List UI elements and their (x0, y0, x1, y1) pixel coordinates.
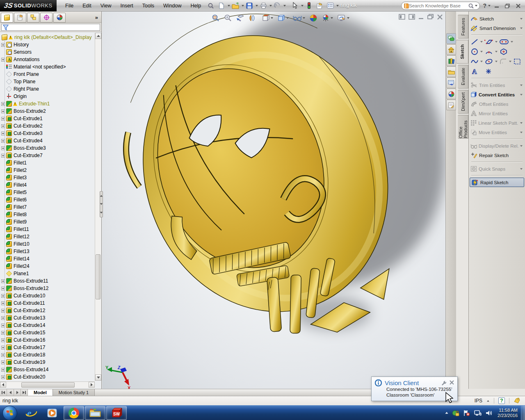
menu-item[interactable]: View (96, 1, 116, 11)
select-tool-button[interactable] (290, 1, 300, 10)
file-properties-button[interactable] (315, 1, 324, 10)
undo-caret-icon[interactable] (283, 5, 286, 7)
apply-scene-button[interactable] (321, 13, 334, 23)
quick-snaps-button[interactable]: Quick Snaps (469, 164, 525, 173)
new-caret-icon[interactable] (228, 5, 230, 7)
sketch-text-button[interactable]: A (470, 68, 479, 75)
tree-item[interactable]: + Boss-Extrude14 (0, 366, 95, 373)
mirror-entities-button[interactable]: Mirror Entities (469, 109, 525, 118)
tree-item[interactable]: + Sensors (0, 48, 95, 56)
expander-icon[interactable]: + (1, 58, 5, 62)
solidworks-resources-button[interactable] (446, 33, 456, 44)
tab-scroll-first-button[interactable] (0, 389, 7, 396)
tree-root-item[interactable]: ring klk (Default<<Default>_Display (0, 34, 95, 41)
network-tray-icon[interactable] (474, 410, 482, 416)
show-taskpane-icon[interactable] (409, 14, 415, 20)
unit-system-caret-icon[interactable] (487, 400, 489, 402)
tab-propertymanager[interactable] (14, 13, 26, 23)
tree-item[interactable]: + History (0, 41, 95, 48)
tree-item[interactable]: + Fillet9 (0, 218, 95, 226)
search-input[interactable] (409, 3, 468, 8)
expander-icon[interactable]: + (1, 110, 5, 113)
expander-icon[interactable]: + (1, 346, 5, 349)
scroll-left-button[interactable] (0, 382, 6, 388)
tree-item[interactable]: + Fillet4 (0, 181, 95, 189)
tree-item[interactable]: + Cut-Extrude19 (0, 358, 95, 366)
show-desktop-button[interactable] (521, 406, 525, 420)
doc-close-icon[interactable] (437, 14, 443, 20)
expander-icon[interactable]: + (1, 353, 5, 357)
spline-tool-button[interactable] (470, 58, 479, 65)
search-caret-icon[interactable] (475, 5, 477, 7)
tree-item[interactable]: + Cut-Extrude2 (0, 122, 95, 130)
polygon-tool-button[interactable] (499, 48, 508, 55)
previous-view-button[interactable] (235, 13, 246, 23)
tree-item[interactable]: + Fillet6 (0, 196, 95, 203)
line-caret-icon[interactable] (480, 41, 483, 43)
convert-entities-button[interactable]: Convert Entities (469, 90, 525, 99)
tree-item[interactable]: + Front Plane (0, 71, 95, 78)
circle-tool-button[interactable] (470, 48, 479, 55)
expander-icon[interactable]: + (1, 139, 5, 143)
tree-item[interactable]: + Fillet11 (0, 226, 95, 233)
expander-icon[interactable]: + (1, 102, 5, 106)
scroll-thumb[interactable] (21, 382, 75, 388)
section-view-button[interactable] (249, 13, 258, 23)
tree-item[interactable]: + Boss-Extrude3 (0, 144, 95, 152)
appearances-scenes-button[interactable] (446, 89, 456, 99)
custom-properties-button[interactable] (446, 100, 456, 110)
3d-model-gold-ring[interactable]: Y X Z (102, 11, 445, 389)
tree-item[interactable]: + Cut-Extrude16 (0, 336, 95, 344)
expander-icon[interactable]: + (1, 331, 5, 335)
expander-icon[interactable]: + (1, 338, 5, 342)
slot-tool-button[interactable] (499, 39, 509, 45)
view-orientation-button[interactable] (261, 13, 274, 23)
expander-icon[interactable]: + (1, 301, 5, 305)
new-document-button[interactable] (217, 1, 226, 10)
linear-sketch-pattern-button[interactable]: Linear Sketch Patt... (469, 118, 525, 128)
tree-item[interactable]: + Cut-Extrude4 (0, 137, 95, 144)
view-palette-button[interactable] (446, 78, 456, 88)
tree-horizontal-scrollbar[interactable] (0, 381, 95, 388)
expander-icon[interactable]: + (1, 324, 5, 327)
expander-icon[interactable]: + (1, 117, 5, 121)
tree-item[interactable]: + Fillet5 (0, 189, 95, 196)
expander-icon[interactable]: + (1, 361, 5, 364)
linear-pattern-box-button[interactable] (513, 58, 521, 65)
home-button[interactable] (446, 44, 456, 55)
expander-icon[interactable]: + (1, 316, 5, 320)
tab-scroll-prev-button[interactable] (7, 389, 14, 396)
commandmanager-tab[interactable]: Features (458, 15, 468, 39)
show-featuremanager-pane-icon[interactable] (399, 14, 405, 20)
undo-button[interactable] (272, 1, 282, 10)
tree-item[interactable]: + Boss-Extrude2 (0, 107, 95, 115)
select-caret-icon[interactable] (301, 5, 304, 7)
print-button[interactable] (258, 1, 268, 10)
tree-item[interactable]: + Cut-Extrude7 (0, 152, 95, 159)
zoom-to-fit-button[interactable] (211, 13, 221, 23)
tab-configurationmanager[interactable] (27, 13, 39, 23)
file-explorer-button[interactable] (446, 66, 456, 77)
tree-item[interactable]: + Annotations (0, 56, 95, 63)
scroll-right-button[interactable] (89, 382, 95, 388)
scroll-down-button[interactable] (95, 374, 101, 381)
tab-featuremanager[interactable] (1, 13, 13, 23)
display-style-button[interactable] (276, 13, 290, 23)
tree-item[interactable]: + Fillet12 (0, 233, 95, 240)
tab-dimxpertmanager[interactable] (40, 13, 52, 23)
fillet-caret-icon[interactable] (509, 61, 511, 62)
help-caret-icon[interactable] (488, 5, 491, 7)
taskbar-windows-explorer[interactable] (85, 406, 105, 420)
rectangle-caret-icon[interactable] (495, 41, 498, 43)
options-caret-icon[interactable] (336, 5, 339, 7)
expander-icon[interactable]: + (1, 375, 5, 379)
expander-icon[interactable]: + (1, 146, 5, 150)
scroll-thumb[interactable] (96, 254, 100, 299)
quick-tips-button[interactable]: ? (498, 397, 505, 404)
menu-item[interactable]: Edit (78, 1, 96, 11)
tree-item[interactable]: + Cut-Extrude10 (0, 292, 95, 299)
show-hidden-icons-button[interactable] (445, 412, 448, 414)
arc-tool-button[interactable] (484, 48, 493, 55)
line-tool-button[interactable] (470, 38, 479, 46)
expander-icon[interactable]: + (1, 132, 5, 135)
